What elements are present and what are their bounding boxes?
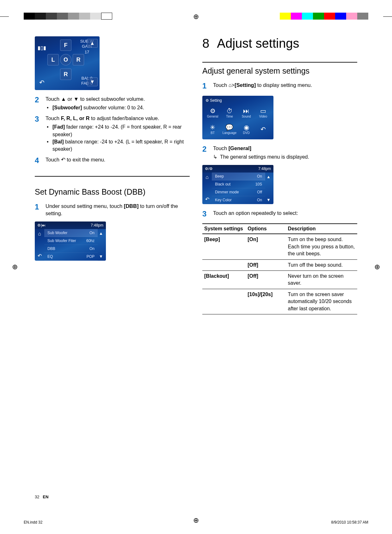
screenshot-fader: ▮▯▮ ↶ F L O R R SUB.W GAIN 17 ▲ BAL 0 FA… bbox=[35, 36, 100, 90]
home-icon[interactable]: ⌂ bbox=[38, 231, 41, 237]
table-row: [Blackout][Off]Never turn on the screen … bbox=[202, 271, 357, 289]
setting-tile[interactable]: ▭Video bbox=[255, 105, 271, 120]
dbb-heading: Set Dynamic Bass Boost (DBB) bbox=[35, 187, 190, 197]
registration-mark-icon: ⊕ bbox=[193, 13, 199, 21]
screenshot-sound-menu: ⚙|⏭ 7:48pm ⌂ ↶ Sub WooferOnSub Woofer Fi… bbox=[35, 221, 106, 261]
page-footer: 32 EN bbox=[35, 495, 48, 499]
step-number: 2 bbox=[35, 94, 40, 111]
setting-tile[interactable]: 💬Language bbox=[222, 122, 237, 137]
down-arrow-icon[interactable]: ▼ bbox=[87, 77, 98, 86]
fader-center-button[interactable]: O bbox=[60, 54, 71, 65]
registration-mark-icon: ⊕ bbox=[374, 263, 380, 271]
list-item[interactable]: Black out10S bbox=[212, 180, 265, 188]
list-item[interactable]: BeepOn bbox=[212, 173, 265, 180]
back-icon: ↶ bbox=[61, 157, 65, 162]
list-item[interactable]: Sub Woofer Fiter60hz bbox=[44, 237, 98, 245]
fader-r-button[interactable]: R bbox=[73, 54, 84, 65]
step-number: 1 bbox=[35, 202, 40, 217]
step-number: 1 bbox=[202, 81, 208, 91]
dbb-step-1: Under sound setting menu, touch [DBB] to… bbox=[46, 202, 190, 217]
step-2-text: Touch ▲ or ▼ to select subwoofer volume.… bbox=[46, 94, 190, 111]
header-icons: ⚙/⚙ bbox=[205, 167, 213, 171]
step-number: 3 bbox=[202, 209, 208, 219]
setting-tiles: ⚙General⏱Time⏭Sound▭Video✳BT💬Language◉DV… bbox=[204, 104, 272, 138]
fader-f-button[interactable]: F bbox=[60, 39, 71, 51]
header-icons: ⚙|⏭ bbox=[37, 223, 46, 228]
clock-label: 7:48pm bbox=[258, 167, 271, 171]
print-slug: EN.indd 32 8/9/2010 10:58:37 AM bbox=[24, 520, 368, 525]
home-icon[interactable]: ⌂ bbox=[205, 174, 209, 180]
table-row: [Off]Turn off the beep sound. bbox=[202, 259, 357, 270]
sound-bars-icon: ▮▯▮ bbox=[37, 43, 46, 52]
step-3-text: Touch F, R, L, or R to adjust fader/bala… bbox=[46, 114, 190, 153]
crop-mark bbox=[0, 16, 9, 17]
clock-label: 7:48pm bbox=[91, 223, 103, 228]
home-icon: ⌂ bbox=[229, 82, 232, 88]
list-item[interactable]: DBBOn bbox=[44, 245, 98, 253]
screenshot-general-menu: ⚙/⚙ 7:48pm ⌂ ↶ BeepOnBlack out10SDimmer … bbox=[202, 165, 273, 204]
list-item[interactable]: Dimmer modeOff bbox=[212, 188, 265, 196]
gen-step-3: Touch an option repeatedly to select: bbox=[213, 209, 357, 219]
step-number: 4 bbox=[35, 155, 40, 166]
gear-icon: ⚙ Setting bbox=[205, 98, 222, 103]
up-arrow-icon[interactable]: ▲ bbox=[99, 231, 105, 236]
fader-l-button[interactable]: L bbox=[47, 54, 59, 65]
general-rows: BeepOnBlack out10SDimmer modeOffKey Colo… bbox=[212, 173, 265, 204]
back-icon[interactable]: ↶ bbox=[38, 253, 42, 259]
back-icon: ↶ bbox=[37, 78, 46, 87]
table-row: [10s]/[20s]Turn on the screen saver auto… bbox=[202, 289, 357, 314]
table-row: [Beep][On]Turn on the beep sound. Each t… bbox=[202, 234, 357, 259]
setting-tile[interactable]: ✳BT bbox=[205, 122, 220, 137]
sound-rows: Sub WooferOnSub Woofer Fiter60hzDBBOnEQP… bbox=[44, 229, 98, 261]
down-arrow-icon[interactable]: ▼ bbox=[266, 197, 272, 202]
down-arrow-icon[interactable]: ▼ bbox=[99, 254, 105, 259]
list-item[interactable]: EQPOP bbox=[44, 253, 98, 261]
setting-tile[interactable]: ⚙General bbox=[205, 105, 220, 120]
up-arrow-icon[interactable]: ▲ bbox=[87, 39, 98, 48]
options-table: System settings Options Description [Bee… bbox=[202, 223, 357, 314]
setting-tile[interactable]: ◉DVD bbox=[239, 122, 254, 137]
list-item[interactable]: Key ColorOn bbox=[212, 196, 265, 204]
setting-tile[interactable]: ↶ bbox=[255, 122, 271, 137]
registration-mark-icon: ⊕ bbox=[12, 263, 18, 271]
back-icon[interactable]: ↶ bbox=[205, 196, 209, 202]
step-4-text: Touch ↶ to exit the menu. bbox=[46, 155, 190, 166]
setting-tile[interactable]: ⏭Sound bbox=[239, 105, 254, 120]
color-bars-right bbox=[280, 13, 368, 20]
step-number: 3 bbox=[35, 114, 40, 153]
crop-mark bbox=[383, 16, 392, 17]
chapter-heading: 8 Adjust settings bbox=[202, 36, 357, 51]
screenshot-setting-grid: ⚙ Setting ⚙General⏱Time⏭Sound▭Video✳BT💬L… bbox=[202, 96, 273, 139]
section-heading: Adjust general system settings bbox=[202, 62, 357, 76]
gain-value: 17 bbox=[77, 50, 96, 54]
gen-step-2: Touch [General] The general settings men… bbox=[213, 144, 357, 161]
setting-tile[interactable]: ⏱Time bbox=[222, 105, 237, 120]
list-item[interactable]: Sub WooferOn bbox=[44, 229, 98, 237]
options-tbody: [Beep][On]Turn on the beep sound. Each t… bbox=[202, 234, 357, 314]
step-number: 2 bbox=[202, 144, 208, 161]
gen-step-1: Touch ⌂>[Setting] to display setting men… bbox=[213, 81, 357, 91]
up-arrow-icon[interactable]: ▲ bbox=[266, 174, 272, 179]
fader-rear-button[interactable]: R bbox=[60, 69, 71, 80]
color-bars-left bbox=[24, 13, 112, 20]
